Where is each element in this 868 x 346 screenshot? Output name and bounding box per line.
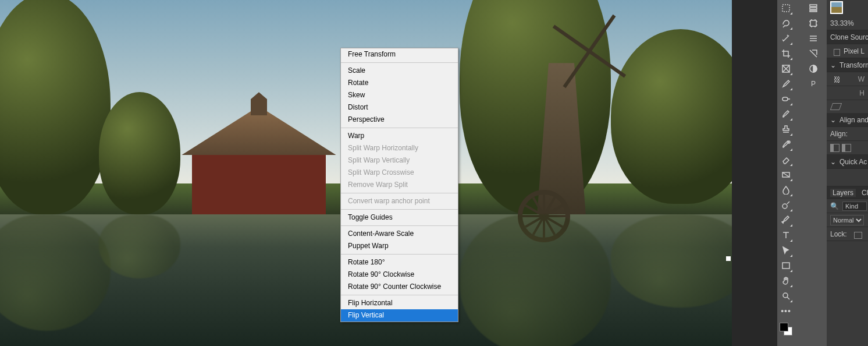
transform-width-row[interactable]: ⛓ W xyxy=(827,72,868,86)
right-panels[interactable]: 33.33% Clone Sources Pixel L ⌄ Transform… xyxy=(827,0,868,346)
layer-kind-filter[interactable] xyxy=(842,202,867,211)
svg-rect-11 xyxy=(810,20,816,26)
props-icon[interactable] xyxy=(806,1,820,15)
blend-mode-select[interactable]: Normal xyxy=(830,215,864,225)
chevron-down-icon: ⌄ xyxy=(830,116,836,124)
navigator-thumbnail[interactable] xyxy=(830,1,843,14)
zoom-icon[interactable] xyxy=(779,289,793,303)
wand-icon[interactable] xyxy=(779,31,793,45)
menu-item-rotate-90-counter-clockwise[interactable]: Rotate 90° Counter Clockwise xyxy=(341,281,458,293)
photo-reflection xyxy=(460,214,611,346)
ellipsis-icon[interactable]: ••• xyxy=(779,304,793,318)
panel-icons-toolbar[interactable]: P xyxy=(803,0,824,346)
frame-icon[interactable] xyxy=(779,62,793,76)
photo-tree xyxy=(99,92,180,214)
blend-mode-row[interactable]: Normal xyxy=(827,213,868,227)
align-panel-header[interactable]: ⌄ Align and xyxy=(827,113,868,127)
color-swatch[interactable] xyxy=(780,323,792,336)
menu-item-warp[interactable]: Warp xyxy=(341,130,458,142)
tools-toolbar[interactable]: ••• xyxy=(777,0,795,346)
menu-item-distort[interactable]: Distort xyxy=(341,101,458,114)
transform-height-row[interactable]: H xyxy=(827,86,868,100)
menu-item-rotate[interactable]: Rotate xyxy=(341,77,458,89)
layer-lock-row[interactable]: Lock: xyxy=(827,227,868,241)
skew-icon xyxy=(830,103,842,110)
quick-actions-title: Quick Ac xyxy=(839,158,867,166)
align-label-row: Align: xyxy=(827,127,868,141)
align-buttons-row[interactable] xyxy=(827,141,868,155)
svg-rect-0 xyxy=(782,5,789,12)
eraser-icon[interactable] xyxy=(779,153,793,167)
transform-panel-title: Transform xyxy=(839,61,868,69)
path-select-icon[interactable] xyxy=(779,243,793,257)
align-left-icon[interactable] xyxy=(830,144,839,152)
layer-filter-row[interactable]: 🔍 xyxy=(827,199,868,213)
menu-item-rotate-180[interactable]: Rotate 180° xyxy=(341,256,458,269)
menu-item-scale[interactable]: Scale xyxy=(341,65,458,77)
svg-rect-2 xyxy=(782,97,788,101)
transform-panel-header[interactable]: ⌄ Transform xyxy=(827,58,868,72)
hand-icon[interactable] xyxy=(779,274,793,288)
transform-skew-row[interactable] xyxy=(827,100,868,113)
lasso-icon[interactable] xyxy=(779,16,793,30)
rectangle-icon[interactable] xyxy=(779,259,793,273)
zoom-level-row[interactable]: 33.33% xyxy=(827,16,868,30)
svg-rect-10 xyxy=(810,10,817,12)
type-icon[interactable] xyxy=(779,228,793,242)
svg-point-5 xyxy=(782,204,787,209)
menu-item-split-warp-vertically: Split Warp Vertically xyxy=(341,154,458,167)
menu-item-toggle-guides[interactable]: Toggle Guides xyxy=(341,211,458,224)
svg-rect-6 xyxy=(782,263,789,269)
menu-item-free-transform[interactable]: Free Transform xyxy=(341,48,458,61)
transform-context-menu[interactable]: Free TransformScaleRotateSkewDistortPers… xyxy=(340,48,458,322)
panel-p-icon[interactable]: P xyxy=(806,77,820,91)
gradient-icon[interactable] xyxy=(779,168,793,182)
menu-item-convert-warp-anchor-point: Convert warp anchor point xyxy=(341,195,458,207)
layers-tabs[interactable]: Layers Ch xyxy=(827,186,868,199)
clone-sources-header[interactable]: Clone Sources xyxy=(827,30,868,44)
menu-item-flip-horizontal[interactable]: Flip Horizontal xyxy=(341,297,458,309)
menu-item-remove-warp-split: Remove Warp Split xyxy=(341,179,458,191)
marquee-icon[interactable] xyxy=(779,1,793,15)
chevron-down-icon: ⌄ xyxy=(830,158,836,166)
width-label: W xyxy=(858,75,865,83)
menu-item-content-aware-scale[interactable]: Content-Aware Scale xyxy=(341,228,458,240)
svg-point-7 xyxy=(783,293,788,298)
svg-rect-8 xyxy=(810,5,817,6)
spot-heal-icon[interactable] xyxy=(779,92,793,106)
menu-item-perspective[interactable]: Perspective xyxy=(341,114,458,126)
slice-icon[interactable] xyxy=(806,47,820,61)
zoom-level-value[interactable]: 33.33% xyxy=(830,19,854,27)
align-panel-title: Align and xyxy=(839,116,868,124)
history-brush-icon[interactable] xyxy=(779,137,793,151)
eyedropper-icon[interactable] xyxy=(779,77,793,91)
menu-item-rotate-90-clockwise[interactable]: Rotate 90° Clockwise xyxy=(341,269,458,281)
artboard-icon[interactable] xyxy=(806,16,820,30)
stamp-icon[interactable] xyxy=(779,122,793,136)
tab-channels[interactable]: Ch xyxy=(859,189,868,197)
menu-item-flip-vertical[interactable]: Flip Vertical xyxy=(341,309,458,322)
photo-reflection xyxy=(99,214,180,278)
brush-icon[interactable] xyxy=(779,107,793,121)
menu-item-skew[interactable]: Skew xyxy=(341,89,458,101)
crop-icon[interactable] xyxy=(779,47,793,61)
picture-icon xyxy=(834,49,840,56)
menu-item-puppet-warp[interactable]: Puppet Warp xyxy=(341,240,458,252)
transform-handle[interactable] xyxy=(726,256,731,261)
height-label: H xyxy=(859,89,865,97)
dodge-icon[interactable] xyxy=(779,198,793,212)
lock-label: Lock: xyxy=(830,230,847,238)
blur-icon[interactable] xyxy=(779,183,793,197)
tab-layers[interactable]: Layers xyxy=(830,189,856,197)
link-icon[interactable]: ⛓ xyxy=(834,76,839,85)
align-center-icon[interactable] xyxy=(842,144,851,152)
svg-rect-9 xyxy=(810,8,817,9)
lock-transparency-icon[interactable] xyxy=(854,232,862,239)
quick-actions-header[interactable]: ⌄ Quick Ac xyxy=(827,155,868,169)
chevron-down-icon: ⌄ xyxy=(830,61,836,69)
adjust-icon[interactable] xyxy=(806,62,820,76)
options-icon[interactable] xyxy=(806,31,820,45)
photo-house xyxy=(192,115,326,214)
clone-sources-label: Clone Sources xyxy=(830,33,868,41)
pen-icon[interactable] xyxy=(779,213,793,227)
